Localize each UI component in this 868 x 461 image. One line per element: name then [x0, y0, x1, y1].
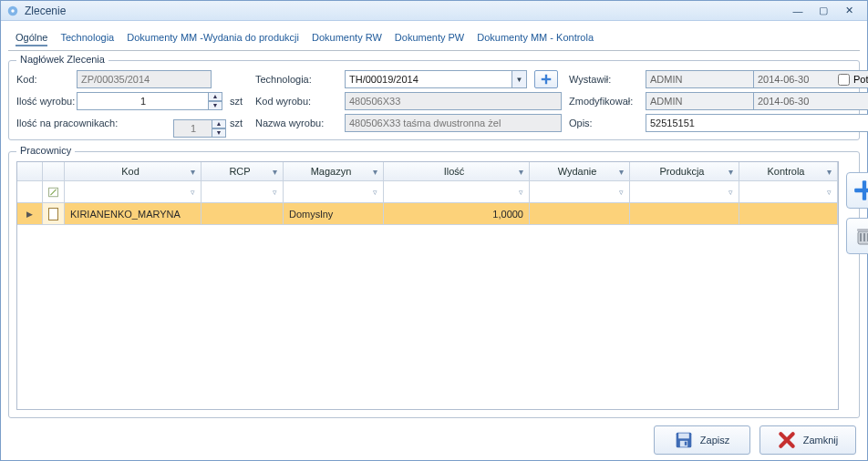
tab-dokumenty-mm-wydania[interactable]: Dokumenty MM -Wydania do produkcji	[127, 30, 299, 46]
col-magazyn[interactable]: Magazyn	[289, 166, 373, 177]
spinner-ilosc-na-pracownikach: ▲▼	[173, 119, 226, 138]
filter-icon[interactable]: ▿	[619, 188, 624, 197]
unit-szt-2: szt	[230, 118, 248, 128]
save-button-label: Zapisz	[700, 435, 729, 446]
svg-rect-9	[863, 233, 865, 241]
col-produkcja[interactable]: Produkcja	[636, 166, 728, 177]
label-kod-wyrobu: Kod wyrobu:	[255, 96, 337, 107]
grid-filter-row[interactable]: ▿ ▿ ▿ ▿ ▿ ▿ ▿	[17, 181, 838, 203]
unit-szt-1: szt	[230, 96, 248, 107]
field-kod	[77, 70, 212, 88]
filter-icon[interactable]: ▾	[373, 167, 377, 177]
filter-icon[interactable]: ▿	[273, 188, 277, 197]
filter-icon[interactable]: ▾	[827, 167, 832, 177]
tab-dokumenty-rw[interactable]: Dokumenty RW	[312, 30, 382, 46]
filter-edit-icon[interactable]	[43, 181, 65, 203]
cell-ilosc[interactable]: 1,0000	[384, 203, 530, 225]
spin-up-icon: ▲	[212, 119, 226, 128]
spinner-ilosc-wyrobu[interactable]: ▲▼	[77, 92, 222, 110]
col-rcp[interactable]: RCP	[207, 166, 273, 177]
close-button[interactable]: Zamknij	[760, 425, 856, 455]
cell-magazyn[interactable]: Domyslny	[284, 203, 384, 225]
combo-technologia[interactable]: ▼	[345, 70, 527, 88]
grid-header: Kod▾ RCP▾ Magazyn▾ Ilość▾ Wydanie▾ Produ…	[17, 162, 838, 181]
cell-rcp[interactable]	[202, 203, 284, 225]
col-kod[interactable]: Kod	[70, 166, 191, 177]
field-opis[interactable]	[646, 114, 868, 132]
svg-point-1	[11, 9, 15, 13]
field-technologia[interactable]	[345, 70, 527, 88]
floppy-icon	[675, 431, 693, 449]
tab-dokumenty-pw[interactable]: Dokumenty PW	[395, 30, 464, 46]
row-checkbox[interactable]	[48, 208, 58, 220]
minimize-button[interactable]: —	[785, 4, 811, 18]
spin-down-icon[interactable]: ▼	[208, 101, 222, 110]
fieldset-header: Nagłówek Zlecenia Kod: Technologia: ▼ Wy…	[8, 60, 860, 140]
label-kod: Kod:	[16, 74, 69, 85]
filter-icon[interactable]: ▿	[373, 188, 377, 197]
maximize-button[interactable]: ▢	[811, 4, 836, 18]
spin-up-icon[interactable]: ▲	[208, 92, 222, 101]
field-nazwa-wyrobu	[345, 114, 562, 132]
cell-wydanie[interactable]	[530, 203, 630, 225]
filter-icon[interactable]: ▾	[619, 167, 624, 177]
add-row-button[interactable]	[846, 172, 868, 209]
label-nazwa-wyrobu: Nazwa wyrobu:	[255, 118, 337, 128]
titlebar: Zlecenie — ▢ ✕	[1, 1, 867, 21]
close-window-button[interactable]: ✕	[836, 4, 862, 18]
label-zmodyfikowal: Zmodyfikował:	[569, 96, 638, 107]
filter-icon[interactable]: ▾	[519, 167, 523, 177]
gear-icon	[6, 5, 19, 17]
fieldset-workers: Pracownicy Kod▾ RCP▾ Magazyn▾ Ilość▾ Wyd…	[8, 151, 860, 418]
filter-icon[interactable]: ▾	[191, 167, 195, 177]
filter-icon[interactable]: ▾	[728, 167, 733, 177]
svg-rect-13	[678, 434, 689, 439]
cell-kontrola[interactable]	[739, 203, 838, 225]
workers-grid[interactable]: Kod▾ RCP▾ Magazyn▾ Ilość▾ Wydanie▾ Produ…	[16, 161, 839, 410]
label-technologia: Technologia:	[255, 74, 337, 85]
save-button[interactable]: Zapisz	[654, 425, 750, 455]
row-indicator-icon: ▶	[17, 203, 43, 225]
label-potwierdzony: Potwierdzony	[853, 74, 868, 85]
field-kod-wyrobu	[345, 92, 562, 110]
svg-rect-3	[542, 78, 552, 80]
label-wystawil: Wystawił:	[569, 74, 638, 85]
col-ilosc[interactable]: Ilość	[389, 166, 519, 177]
filter-icon[interactable]: ▿	[728, 188, 733, 197]
workers-legend: Pracownicy	[16, 145, 75, 156]
grid-empty-area	[17, 225, 838, 409]
field-ilosc-wyrobu[interactable]	[77, 92, 222, 110]
filter-icon[interactable]: ▿	[519, 188, 523, 197]
spin-down-icon: ▼	[212, 128, 226, 138]
svg-rect-8	[860, 233, 862, 241]
filter-icon[interactable]: ▿	[827, 188, 832, 197]
field-zmodyfikowal-date	[753, 92, 868, 110]
col-wydanie[interactable]: Wydanie	[535, 166, 619, 177]
table-row[interactable]: ▶ KIRIANENKO_MARYNA Domyslny 1,0000	[17, 203, 838, 225]
filter-icon[interactable]: ▿	[191, 188, 195, 197]
svg-rect-15	[685, 442, 687, 446]
cell-produkcja[interactable]	[630, 203, 739, 225]
tab-ogolne[interactable]: Ogólne	[16, 30, 47, 46]
close-button-label: Zamknij	[803, 435, 839, 446]
window-title: Zlecenie	[25, 5, 785, 17]
col-kontrola[interactable]: Kontrola	[745, 166, 827, 177]
label-ilosc-wyrobu: Ilość wyrobu:	[16, 96, 69, 107]
cell-kod[interactable]: KIRIANENKO_MARYNA	[65, 203, 202, 225]
header-legend: Nagłówek Zlecenia	[16, 54, 108, 65]
tab-technologia[interactable]: Technologia	[60, 30, 114, 46]
close-icon	[778, 431, 796, 449]
checkbox-potwierdzony[interactable]	[838, 74, 850, 86]
svg-rect-11	[857, 229, 868, 231]
add-technologia-button[interactable]	[534, 70, 558, 88]
svg-rect-7	[858, 231, 868, 244]
filter-icon[interactable]: ▾	[273, 167, 277, 177]
tabstrip: Ogólne Technologia Dokumenty MM -Wydania…	[8, 26, 860, 51]
chevron-down-icon[interactable]: ▼	[512, 71, 526, 87]
svg-rect-6	[854, 189, 868, 192]
tab-dokumenty-mm-kontrola[interactable]: Dokumenty MM - Kontrola	[477, 30, 594, 46]
delete-row-button[interactable]	[846, 218, 868, 254]
label-opis: Opis:	[569, 118, 638, 128]
